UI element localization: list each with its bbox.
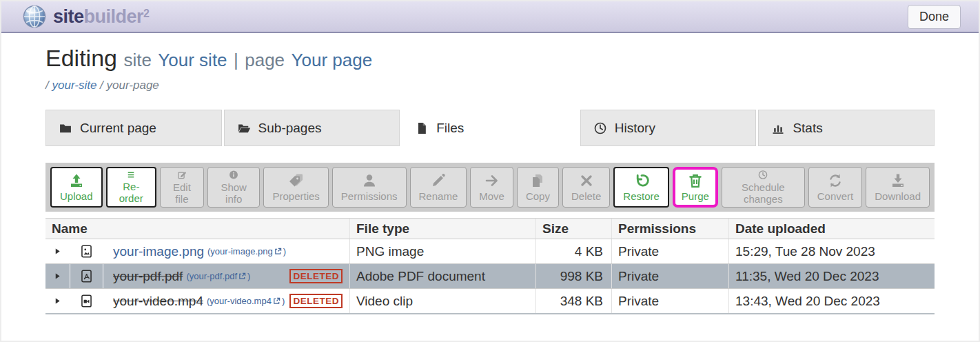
- file-size-cell: 4 KB: [535, 239, 611, 263]
- permissions-cell: Private: [611, 239, 728, 263]
- tab-stats[interactable]: Stats: [758, 110, 935, 146]
- upload-icon: [68, 172, 85, 189]
- globe-icon: [22, 4, 47, 29]
- delete-button: Delete: [562, 167, 610, 208]
- file-size-cell: 998 KB: [535, 264, 611, 288]
- tab-sub-pages[interactable]: Sub-pages: [224, 110, 400, 146]
- table-header: Name File type Size Permissions Date upl…: [45, 219, 935, 239]
- deleted-badge: DELETED: [289, 294, 343, 308]
- person-icon: [360, 172, 378, 189]
- file-icon: [415, 121, 429, 135]
- trash-icon: [686, 172, 704, 189]
- move-button: Move: [470, 167, 513, 208]
- reorder-button[interactable]: Re-order: [106, 167, 156, 208]
- deleted-badge: DELETED: [289, 269, 343, 283]
- file-toolbar: Upload Re-order Edit file Show info Prop…: [45, 163, 935, 212]
- page-title: Editing site Your site | page Your page: [45, 43, 935, 74]
- done-button[interactable]: Done: [908, 5, 961, 29]
- file-alt-link[interactable]: (your-image.png): [207, 246, 286, 256]
- copy-button: Copy: [517, 167, 559, 208]
- breadcrumb-page: your-page: [107, 79, 159, 92]
- files-table: Name File type Size Permissions Date upl…: [45, 218, 935, 314]
- file-name-deleted: your-pdf.pdf: [113, 269, 183, 284]
- table-row[interactable]: your-pdf.pdf (your-pdf.pdf) DELETED Adob…: [45, 263, 935, 288]
- arrow-right-icon: [483, 172, 501, 189]
- top-bar: sitebuilder2 Done: [1, 1, 979, 33]
- copy-icon: [529, 172, 547, 189]
- external-link-icon: [238, 272, 246, 280]
- upload-button[interactable]: Upload: [50, 167, 103, 208]
- folder-open-icon: [237, 121, 251, 135]
- expand-arrow-icon[interactable]: [45, 289, 70, 313]
- column-header-date-uploaded: Date uploaded: [728, 219, 935, 239]
- column-header-permissions: Permissions: [611, 219, 728, 239]
- pdf-file-icon: [70, 264, 103, 288]
- rename-button: Rename: [410, 167, 467, 208]
- download-icon: [889, 172, 907, 189]
- tags-icon: [287, 172, 305, 189]
- date-uploaded-cell: 11:35, Wed 20 Dec 2023: [728, 264, 935, 288]
- pencil-icon: [429, 172, 447, 189]
- date-uploaded-cell: 15:29, Tue 28 Nov 2023: [728, 239, 935, 263]
- x-icon: [578, 172, 595, 189]
- properties-button: Properties: [263, 167, 328, 208]
- bar-chart-icon: [771, 121, 785, 135]
- reorder-icon: [122, 170, 140, 179]
- sitebuilder-logo: sitebuilder2: [22, 4, 149, 29]
- external-link-icon: [273, 297, 280, 305]
- external-link-icon: [274, 248, 282, 255]
- logo-text: sitebuilder2: [53, 6, 149, 28]
- column-header-name: Name: [45, 219, 349, 239]
- file-name-deleted: your-video.mp4: [113, 294, 203, 309]
- file-type-cell: PNG image: [349, 239, 535, 263]
- info-icon: [225, 170, 243, 180]
- file-size-cell: 348 KB: [535, 289, 611, 313]
- restore-icon: [633, 172, 651, 189]
- file-type-cell: Video clip: [349, 289, 535, 313]
- site-word: site: [123, 50, 151, 70]
- tab-history[interactable]: History: [580, 110, 757, 146]
- expand-arrow-icon[interactable]: [45, 239, 70, 263]
- breadcrumb: / your-site / your-page: [45, 79, 935, 92]
- image-file-icon: [70, 239, 103, 263]
- page-word: page: [245, 50, 285, 70]
- schedule-changes-button: Schedule changes: [722, 167, 805, 208]
- table-row[interactable]: your-image.png (your-image.png) PNG imag…: [45, 239, 935, 263]
- table-row[interactable]: your-video.mp4 (your-video.mp4) DELETED …: [45, 288, 935, 313]
- tab-current-page[interactable]: Current page: [45, 110, 222, 146]
- convert-icon: [826, 172, 844, 189]
- tab-files[interactable]: Files: [402, 110, 578, 146]
- tab-bar: Current page Sub-pages Files History Sta…: [45, 110, 935, 146]
- expand-arrow-icon[interactable]: [45, 264, 70, 288]
- show-info-button: Show info: [207, 167, 261, 208]
- download-button: Download: [866, 167, 930, 208]
- edit-file-button: Edit file: [160, 167, 204, 208]
- video-file-icon: [70, 289, 103, 313]
- edit-file-icon: [173, 170, 191, 180]
- title-separator: |: [234, 50, 238, 70]
- file-alt-link[interactable]: (your-video.mp4): [207, 296, 285, 306]
- column-header-size: Size: [535, 219, 611, 239]
- permissions-cell: Private: [611, 289, 728, 313]
- permissions-cell: Private: [611, 264, 728, 288]
- restore-button[interactable]: Restore: [613, 167, 669, 208]
- app-window: sitebuilder2 Done Editing site Your site…: [0, 0, 980, 342]
- folder-icon: [59, 121, 72, 135]
- purge-button[interactable]: Purge: [673, 167, 718, 208]
- site-name-link[interactable]: Your site: [158, 50, 227, 70]
- clock-icon: [754, 170, 772, 180]
- file-alt-link[interactable]: (your-pdf.pdf): [186, 271, 250, 281]
- file-type-cell: Adobe PDF document: [349, 264, 535, 288]
- convert-button: Convert: [808, 167, 863, 208]
- page-name-link[interactable]: Your page: [292, 50, 373, 70]
- permissions-button: Permissions: [332, 167, 407, 208]
- breadcrumb-site-link[interactable]: your-site: [52, 79, 96, 92]
- clock-icon: [593, 121, 607, 135]
- date-uploaded-cell: 13:43, Wed 20 Dec 2023: [728, 289, 935, 313]
- file-name-link[interactable]: your-image.png: [113, 244, 204, 259]
- column-header-file-type: File type: [349, 219, 535, 239]
